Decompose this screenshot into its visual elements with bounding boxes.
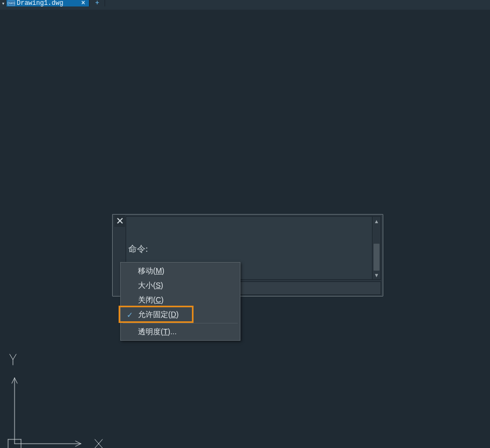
menu-separator	[123, 323, 238, 323]
menu-label: 大小(S)	[138, 281, 163, 291]
command-history-line: 命令:	[128, 243, 370, 255]
scroll-down-arrow-icon[interactable]: ▼	[372, 271, 381, 279]
close-tab-button[interactable]: ×	[78, 0, 88, 6]
menu-item-allow-docking[interactable]: ✓ 允许固定(D)	[122, 307, 239, 322]
drawing-gizmo	[0, 351, 140, 448]
menu-label: 关闭(C)	[138, 295, 163, 305]
menu-label: 透明度(T)...	[138, 327, 177, 337]
tab-bar: ▾ DWG Drawing1.dwg × +	[0, 0, 490, 6]
menu-item-move[interactable]: 移动(M)	[122, 264, 239, 278]
new-tab-button[interactable]: +	[89, 0, 105, 6]
check-icon: ✓	[125, 311, 135, 319]
dwg-file-icon: DWG	[8, 1, 15, 6]
scroll-up-arrow-icon[interactable]: ▲	[372, 217, 381, 225]
scrollbar-thumb[interactable]	[374, 244, 379, 271]
menu-item-transparency[interactable]: 透明度(T)...	[122, 325, 239, 339]
close-panel-button[interactable]: ✕	[114, 215, 125, 227]
tab-bar-strip	[0, 6, 490, 10]
menu-label: 移动(M)	[138, 266, 164, 276]
tab-drawing1[interactable]: DWG Drawing1.dwg ×	[6, 0, 89, 6]
command-scrollbar[interactable]: ▲ ▼	[372, 217, 381, 279]
tab-title: Drawing1.dwg	[17, 0, 63, 6]
menu-item-size[interactable]: 大小(S)	[122, 278, 239, 293]
menu-item-close[interactable]: 关闭(C)	[122, 293, 239, 307]
tab-list-dropdown[interactable]: ▾	[0, 0, 6, 6]
panel-context-menu: 移动(M) 大小(S) 关闭(C) ✓ 允许固定(D) 透明度(T)...	[120, 262, 240, 341]
menu-label: 允许固定(D)	[138, 310, 178, 320]
